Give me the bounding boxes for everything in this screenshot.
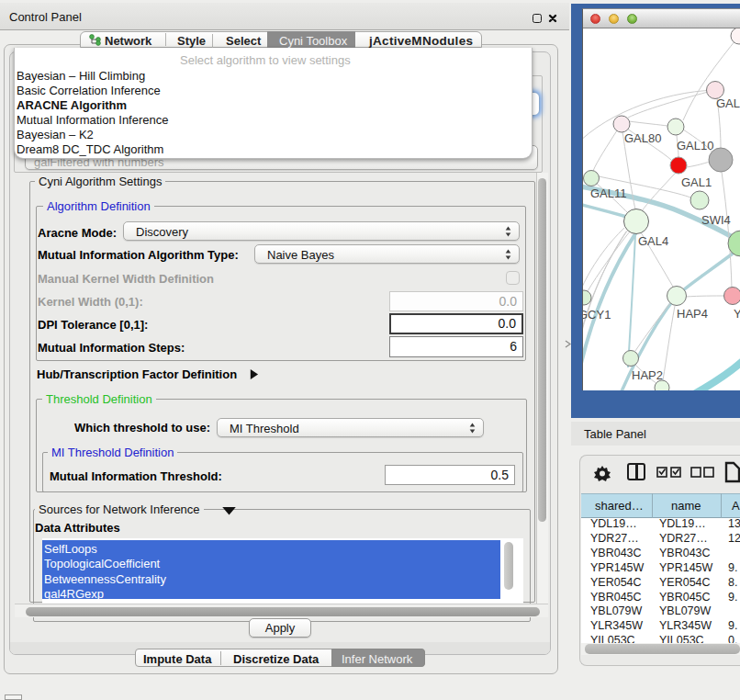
svg-text:GAL4: GAL4 — [638, 234, 668, 248]
svg-text:HAP2: HAP2 — [632, 368, 663, 382]
svg-text:GAL11: GAL11 — [590, 186, 627, 200]
svg-text:GCY1: GCY1 — [583, 308, 611, 322]
svg-text:GAL80: GAL80 — [624, 131, 661, 145]
svg-text:GAL: GAL — [716, 96, 740, 110]
svg-text:GAL1: GAL1 — [681, 175, 712, 189]
svg-text:HAP4: HAP4 — [677, 307, 708, 321]
svg-text:Y: Y — [734, 307, 740, 321]
svg-text:SWI4: SWI4 — [701, 213, 731, 227]
svg-text:GAL10: GAL10 — [677, 139, 713, 152]
